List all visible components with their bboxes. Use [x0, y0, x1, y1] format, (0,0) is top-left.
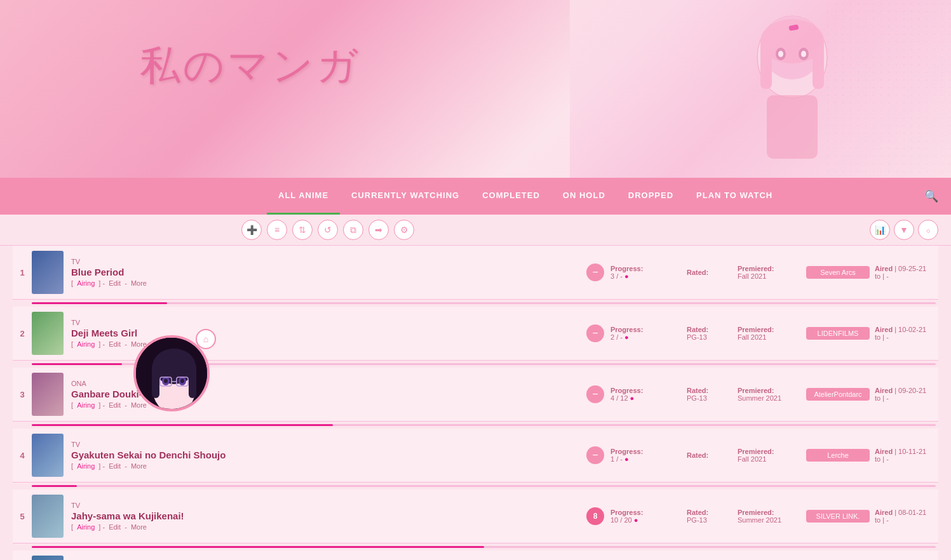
premiered-label: Premiered:: [738, 326, 801, 333]
anime-title[interactable]: Jahy-sama wa Kujikenai!: [71, 510, 580, 521]
export-button[interactable]: ➡: [368, 220, 389, 240]
svg-point-19: [164, 379, 168, 383]
toolbar: ➕ ≡ ⇅ ↺ ⧉ ➡ ⚙ 📊 ▼ ⬦: [0, 215, 951, 246]
search-button[interactable]: 🔍: [924, 189, 938, 203]
progress-section: Progress: 2 / - ●: [610, 326, 687, 341]
home-button[interactable]: ⌂: [196, 329, 216, 349]
rated-label: Rated:: [687, 387, 738, 394]
studio-badge[interactable]: AtelierPontdarc: [806, 388, 870, 401]
progress-bar-container: [32, 546, 936, 548]
studio-badge[interactable]: Seven Arcs: [806, 266, 870, 279]
progress-section: Progress: 4 / 12 ●: [610, 387, 687, 402]
anime-title[interactable]: Gyakuten Sekai no Denchi Shoujo: [71, 450, 580, 460]
svg-point-7: [778, 51, 783, 57]
refresh-button[interactable]: ↺: [318, 220, 338, 240]
edit-link[interactable]: Edit: [109, 279, 121, 287]
filter-button[interactable]: ▼: [894, 220, 914, 240]
anime-number: 2: [13, 329, 32, 338]
progress-value: 1 / - ●: [610, 455, 687, 463]
status-link[interactable]: Airing: [77, 279, 95, 287]
anime-type: TV: [71, 441, 580, 448]
anime-thumbnail: [32, 434, 64, 477]
status-link[interactable]: Airing: [77, 340, 95, 348]
status-link[interactable]: Airing: [77, 401, 95, 409]
anime-thumbnail: [32, 495, 64, 538]
rated-section: Rated: PG-13: [687, 509, 738, 524]
table-row: 6 TV Kimetsu no Yaiba: Mugen Ressha-hen …: [13, 550, 938, 560]
aired-end: to | -: [875, 272, 938, 280]
tab-on-hold[interactable]: ON HOLD: [551, 178, 617, 215]
aired-section: Aired | 10-02-21 to | -: [875, 326, 938, 341]
progress-label: Progress:: [610, 387, 687, 394]
toolbar-right: 📊 ▼ ⬦: [870, 220, 938, 240]
edit-link[interactable]: Edit: [109, 340, 121, 348]
tab-all-anime[interactable]: ALL ANIME: [267, 178, 340, 215]
remove-button[interactable]: −: [586, 263, 604, 281]
progress-bar-container: [32, 424, 936, 426]
copy-button[interactable]: ⧉: [343, 220, 363, 240]
svg-rect-10: [767, 95, 818, 159]
progress-bar-fill: [32, 485, 77, 487]
edit-link[interactable]: Edit: [109, 462, 121, 470]
progress-bar-container: [32, 302, 936, 304]
tab-completed[interactable]: COMPLETED: [471, 178, 551, 215]
anime-links: [ Airing ] - Edit - More: [71, 279, 580, 287]
chart-button[interactable]: 📊: [870, 220, 890, 240]
sort-button[interactable]: ⇅: [292, 220, 313, 240]
anime-type: TV: [71, 258, 580, 265]
premiered-section: Premiered: Summer 2021: [738, 387, 801, 402]
banner-character: [665, 0, 919, 178]
studio-badge[interactable]: LIDENFILMS: [806, 327, 870, 340]
remove-button[interactable]: −: [586, 446, 604, 464]
progress-value: 4 / 12 ●: [610, 394, 687, 402]
status-link[interactable]: Airing: [77, 462, 95, 470]
progress-value: 10 / 20 ●: [610, 516, 687, 524]
svg-rect-16: [189, 363, 196, 398]
progress-value: 2 / - ●: [610, 333, 687, 341]
expand-button[interactable]: ⬦: [918, 220, 938, 240]
anime-number: 4: [13, 451, 32, 460]
tab-dropped[interactable]: DROPPED: [617, 178, 685, 215]
settings-button[interactable]: ⚙: [394, 220, 414, 240]
remove-button[interactable]: −: [586, 385, 604, 403]
rated-section: Rated: PG-13: [687, 326, 738, 341]
edit-link[interactable]: Edit: [109, 401, 121, 409]
anime-info: TV Jahy-sama wa Kujikenai! [ Airing ] - …: [71, 502, 580, 531]
anime-title[interactable]: Blue Period: [71, 267, 580, 277]
premiered-value: Fall 2021: [738, 272, 801, 280]
progress-value: 3 / - ●: [610, 272, 687, 280]
svg-point-20: [180, 379, 184, 383]
svg-rect-3: [760, 38, 772, 89]
aired-end: to | -: [875, 455, 938, 463]
progress-section: Progress: 10 / 20 ●: [610, 509, 687, 524]
progress-label: Progress:: [610, 448, 687, 455]
premiered-label: Premiered:: [738, 265, 801, 272]
remove-button[interactable]: −: [586, 324, 604, 342]
anime-thumbnail: [32, 251, 64, 294]
rated-section: Rated:: [687, 451, 738, 459]
rated-value: PG-13: [687, 394, 738, 402]
aired-end: to | -: [875, 516, 938, 524]
premiered-label: Premiered:: [738, 509, 801, 516]
add-button[interactable]: ➕: [241, 220, 262, 240]
studio-badge[interactable]: Lerche: [806, 449, 870, 462]
aired-label: Aired | 09-20-21: [875, 387, 938, 394]
anime-thumbnail: [32, 556, 64, 560]
progress-bar-row: [13, 546, 938, 550]
progress-bar-fill: [32, 546, 484, 548]
aired-section: Aired | 08-01-21 to | -: [875, 509, 938, 524]
more-link[interactable]: More: [131, 462, 147, 470]
progress-label: Progress:: [610, 326, 687, 333]
edit-link[interactable]: Edit: [109, 523, 121, 531]
status-link[interactable]: Airing: [77, 523, 95, 531]
premiered-section: Premiered: Fall 2021: [738, 326, 801, 341]
anime-number: 5: [13, 512, 32, 521]
more-link[interactable]: More: [131, 279, 147, 287]
more-link[interactable]: More: [131, 523, 147, 531]
studio-badge[interactable]: SILVER LINK.: [806, 510, 870, 523]
tab-currently-watching[interactable]: CURRENTLY WATCHING: [340, 178, 471, 215]
table-row: 1 TV Blue Period [ Airing ] - Edit - Mor…: [13, 246, 938, 300]
premiered-value: Summer 2021: [738, 394, 801, 402]
list-button[interactable]: ≡: [267, 220, 287, 240]
tab-plan-to-watch[interactable]: PLAN TO WATCH: [685, 178, 784, 215]
